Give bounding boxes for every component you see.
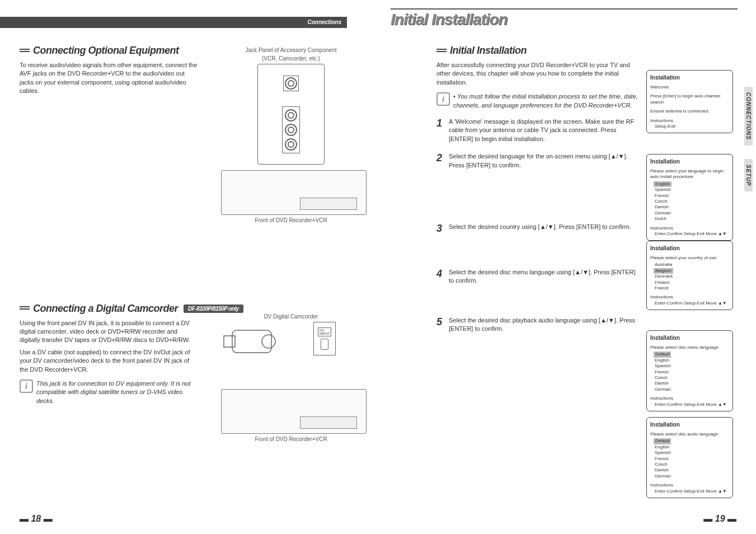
- jack-panel-diagram: [257, 64, 325, 165]
- osd-option: Denmark: [654, 274, 729, 279]
- top-title-right-text: Initial Installation: [391, 11, 508, 28]
- osd-option: English: [654, 181, 672, 187]
- step-num-1: 1: [436, 118, 449, 143]
- osd-options: EnglishSpanishFrenchCzechDanishGermanDut…: [650, 181, 729, 222]
- osd-option: Spanish: [654, 187, 729, 193]
- osd-foot2: Enter-Confirm Setup-Exit Move ▲▼: [650, 402, 729, 407]
- osd-title: Installation: [650, 74, 729, 81]
- front-caption-1: Front of DVD Recorder+VCR: [221, 217, 361, 223]
- osd-options: DefaultEnglishSpanishFrenchCzechDanishGe…: [650, 438, 729, 479]
- osd-option: English: [654, 444, 729, 450]
- side-tabs: CONNECTIONS SETUP: [744, 87, 753, 191]
- osd-option: Spanish: [654, 363, 729, 369]
- svg-rect-2: [224, 336, 235, 347]
- section2-illustration: DV Digital Camcorder DVINPUT Front of DV…: [221, 311, 361, 442]
- osd-pre: Please select disc menu language:: [650, 345, 729, 350]
- osd-options: AustraliaBelgiumDenmarkFinlandFrance: [650, 262, 729, 291]
- osd-box-4: InstallationPlease select disc menu lang…: [646, 330, 733, 411]
- step-text-1: A 'Welcome' message is displayed on the …: [449, 118, 644, 143]
- right-title-text: Initial Installation: [450, 45, 527, 57]
- device-front-diagram-2: [221, 389, 367, 434]
- step-text-4: Select the desired disc menu language us…: [449, 268, 644, 285]
- svg-point-1: [262, 335, 275, 348]
- osd-option: English: [654, 358, 729, 363]
- osd-box-2: InstallationPlease select your language …: [646, 154, 733, 241]
- osd-options: DefaultEnglishSpanishFrenchCzechDanishGe…: [650, 352, 729, 392]
- right-title: Initial Installation: [436, 45, 644, 57]
- osd-foot: Instructions: [650, 396, 729, 401]
- osd-option: France: [654, 285, 729, 291]
- osd-box-3: InstallationPlease select your country o…: [646, 241, 733, 310]
- step-3: 3Select the desired country using [▲/▼].…: [436, 223, 644, 235]
- osd-option: French: [654, 456, 729, 462]
- osd-option: Dutch: [654, 216, 729, 222]
- side-tab-connections: CONNECTIONS: [744, 87, 753, 146]
- top-header-left: Connections: [0, 17, 347, 28]
- osd-pre: Welcome.: [650, 85, 729, 90]
- osd-option: French: [654, 369, 729, 375]
- osd-line: Ensure antenna is connected.: [650, 109, 729, 114]
- section2-title-text: Connecting a Digital Camcorder: [33, 303, 178, 315]
- osd-line: Press [Enter] to begin auto channel sear…: [650, 93, 729, 105]
- top-title-right: Initial Installation: [391, 8, 738, 29]
- step-2: 2Select the desired language for the on-…: [436, 152, 644, 170]
- svg-rect-0: [232, 330, 271, 353]
- osd-title: Installation: [650, 245, 729, 252]
- osd-foot: Instructions: [650, 226, 729, 231]
- jack-caption-sub: (VCR, Camcorder, etc.): [221, 55, 361, 62]
- info-icon: i: [20, 380, 33, 393]
- section1-title-text: Connecting Optional Equipment: [33, 45, 179, 57]
- section2-body1: Using the front panel DV IN jack, it is …: [20, 319, 199, 345]
- osd-foot2: Setup-Exit: [650, 124, 729, 129]
- right-page: Initial Installation After successfully …: [436, 45, 644, 342]
- osd-option: Spanish: [654, 450, 729, 456]
- osd-foot2: Enter-Confirm Setup-Exit Move ▲▼: [650, 231, 729, 237]
- osd-option: German: [654, 387, 729, 392]
- left-page: Connecting Optional Equipment To receive…: [20, 45, 355, 439]
- camcorder-icon: [221, 322, 283, 361]
- step-4: 4Select the desired disc menu language u…: [436, 268, 644, 285]
- osd-box-5: InstallationPlease select disc audio lan…: [646, 417, 733, 498]
- step-num-2: 2: [436, 152, 449, 170]
- page-number-left: ▬ 18 ▬: [20, 514, 53, 524]
- top-header-left-text: Connections: [307, 19, 341, 25]
- step-num-4: 4: [436, 268, 449, 285]
- step-num-5: 5: [436, 316, 449, 334]
- osd-option: Czech: [654, 199, 729, 204]
- osd-foot: Instructions: [650, 118, 729, 124]
- osd-box-1: InstallationWelcome.Press [Enter] to beg…: [646, 70, 733, 133]
- section2-body2: Use a DV cable (not supplied) to connect…: [20, 348, 199, 374]
- osd-option: Danish: [654, 204, 729, 210]
- step-1: 1A 'Welcome' message is displayed on the…: [436, 118, 644, 143]
- section1-illustration: Jack Panel of Accessory Component (VCR, …: [221, 45, 361, 223]
- right-bullet-row: i • You must follow the initial installa…: [436, 92, 644, 110]
- osd-option: German: [654, 210, 729, 216]
- step-text-2: Select the desired language for the on-s…: [449, 152, 644, 170]
- osd-foot2: Enter-Confirm Setup-Exit Move ▲▼: [650, 489, 729, 494]
- osd-option: Danish: [654, 381, 729, 386]
- dv-port-diagram: DVINPUT: [313, 322, 336, 355]
- section1-body: To receive audio/video signals from othe…: [20, 61, 199, 96]
- front-caption-2: Front of DVD Recorder+VCR: [221, 436, 361, 442]
- osd-title: Installation: [650, 158, 729, 165]
- osd-foot2: Enter-Confirm Setup-Exit Move ▲▼: [650, 301, 729, 306]
- osd-pre: Please select your country of use:: [650, 255, 729, 261]
- osd-option: Czech: [654, 462, 729, 467]
- osd-option: Danish: [654, 467, 729, 473]
- section2-note-row: i This jack is for connection to DV equi…: [20, 380, 199, 405]
- jack-caption-top: Jack Panel of Accessory Component: [221, 47, 361, 53]
- osd-option: Czech: [654, 375, 729, 381]
- step-num-3: 3: [436, 223, 449, 235]
- osd-pre: Please select your language to begin aut…: [650, 168, 729, 180]
- osd-title: Installation: [650, 421, 729, 428]
- section2-note: This jack is for connection to DV equipm…: [36, 380, 199, 405]
- device-front-diagram-1: [221, 170, 367, 215]
- section-optional-equipment: Connecting Optional Equipment To receive…: [20, 45, 355, 96]
- osd-option: Belgium: [654, 268, 673, 274]
- right-intro: After successfully connecting your DVD R…: [436, 61, 644, 87]
- page-number-right: ▬ 19 ▬: [703, 514, 736, 524]
- right-bullet: • You must follow the initial installati…: [453, 92, 644, 110]
- osd-title: Installation: [650, 334, 729, 341]
- steps-container: 1A 'Welcome' message is displayed on the…: [436, 118, 644, 334]
- osd-option: Finland: [654, 280, 729, 285]
